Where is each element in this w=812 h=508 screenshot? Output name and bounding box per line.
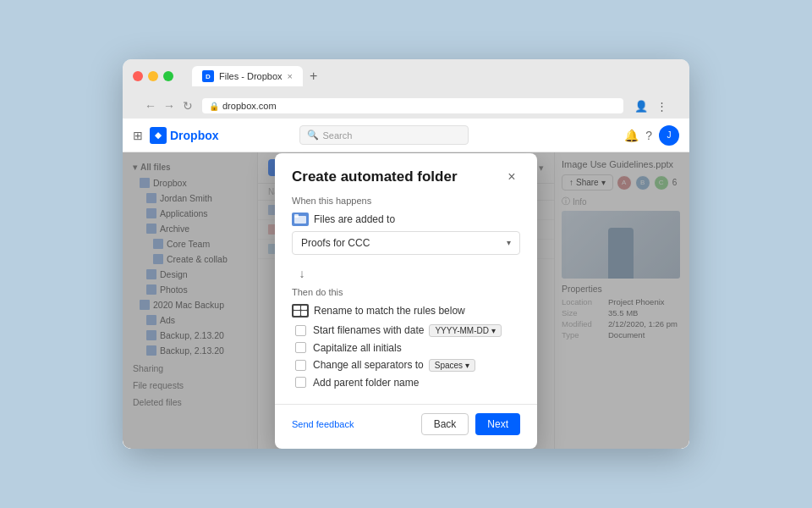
svg-rect-1 xyxy=(294,214,299,218)
separator-arrow-icon: ▾ xyxy=(465,361,469,370)
checkbox-row-1: Start filenames with date YYYY-MM-DD ▾ xyxy=(292,324,520,337)
dropbox-logo: ◆ Dropbox xyxy=(150,127,219,144)
when-label: When this happens xyxy=(292,196,520,206)
separator-dropdown[interactable]: Spaces ▾ xyxy=(429,359,475,372)
folder-trigger-icon xyxy=(292,213,309,226)
modal-body: When this happens Files are added to xyxy=(275,196,537,404)
back-button[interactable]: Back xyxy=(421,413,469,435)
modal-close-button[interactable]: × xyxy=(503,168,520,185)
send-feedback-link[interactable]: Send feedback xyxy=(292,419,354,429)
nav-buttons: ← → ↻ xyxy=(143,98,195,113)
folder-value: Proofs for CCC xyxy=(301,237,370,249)
help-icon[interactable]: ? xyxy=(645,129,652,142)
forward-button[interactable]: → xyxy=(162,98,177,113)
date-format-value: YYYY-MM-DD xyxy=(435,326,489,335)
tab-close-icon[interactable]: × xyxy=(288,71,293,81)
checkbox-start-date[interactable] xyxy=(295,325,306,336)
lock-icon: 🔒 xyxy=(209,102,219,111)
trigger-label: Files are added to xyxy=(314,213,395,225)
app-content: ⊞ ◆ Dropbox 🔍 Search 🔔 ? J ▾ All files xyxy=(123,119,689,449)
flow-arrow-icon: ↓ xyxy=(292,263,312,284)
app-header: ⊞ ◆ Dropbox 🔍 Search 🔔 ? J xyxy=(123,119,689,152)
app-name: Dropbox xyxy=(170,129,219,142)
back-button[interactable]: ← xyxy=(143,98,158,113)
modal-footer: Send feedback Back Next xyxy=(275,404,537,449)
avatar[interactable]: J xyxy=(659,125,679,146)
checkbox-label-1: Start filenames with date YYYY-MM-DD ▾ xyxy=(313,324,502,337)
maximize-window-button[interactable] xyxy=(163,71,173,81)
action-row: Rename to match the rules below xyxy=(292,304,520,318)
browser-tab[interactable]: D Files - Dropbox × xyxy=(192,66,303,86)
trigger-row: Files are added to xyxy=(292,213,520,226)
minimize-window-button[interactable] xyxy=(148,71,158,81)
search-icon: 🔍 xyxy=(307,130,319,141)
checkbox-capitalize[interactable] xyxy=(295,342,306,353)
close-window-button[interactable] xyxy=(133,71,143,81)
action-icon xyxy=(292,304,309,318)
browser-controls: D Files - Dropbox × + xyxy=(133,66,679,86)
reload-button[interactable]: ↻ xyxy=(180,98,195,113)
checkbox-label-4: Add parent folder name xyxy=(313,377,419,389)
create-automated-folder-modal: Create automated folder × When this happ… xyxy=(275,153,537,449)
tab-bar: D Files - Dropbox × + xyxy=(192,66,317,86)
search-placeholder: Search xyxy=(322,130,352,141)
profile-icon[interactable]: 👤 xyxy=(634,98,649,113)
dropbox-icon: ◆ xyxy=(150,127,167,144)
checkbox-row-4: Add parent folder name xyxy=(292,377,520,389)
notifications-icon[interactable]: 🔔 xyxy=(624,129,639,142)
address-bar: ← → ↻ 🔒 dropbox.com 👤 ⋮ xyxy=(133,93,679,119)
tab-favicon-icon: D xyxy=(202,70,214,82)
date-format-dropdown[interactable]: YYYY-MM-DD ▾ xyxy=(429,324,502,337)
checkbox-label-2: Capitalize all initials xyxy=(313,342,402,354)
tab-title: Files - Dropbox xyxy=(219,71,283,81)
footer-buttons: Back Next xyxy=(421,413,520,435)
next-button[interactable]: Next xyxy=(475,413,520,435)
modal-header: Create automated folder × xyxy=(275,153,537,196)
folder-dropdown[interactable]: Proofs for CCC ▾ xyxy=(292,231,520,255)
separator-value: Spaces xyxy=(435,361,463,370)
checkbox-separators[interactable] xyxy=(295,360,306,371)
date-format-arrow-icon: ▾ xyxy=(491,326,496,335)
modal-overlay: Create automated folder × When this happ… xyxy=(123,152,689,449)
modal-title: Create automated folder xyxy=(292,168,458,185)
new-tab-button[interactable]: + xyxy=(310,69,317,84)
url-text: dropbox.com xyxy=(222,101,277,111)
checkbox-row-3: Change all separators to Spaces ▾ xyxy=(292,359,520,372)
then-label: Then do this xyxy=(292,287,520,297)
hamburger-icon[interactable]: ⊞ xyxy=(133,129,143,142)
url-input[interactable]: 🔒 dropbox.com xyxy=(202,98,623,113)
browser-actions: 👤 ⋮ xyxy=(634,98,669,113)
app-body-wrapper: ▾ All files Dropbox Jordan Smith Applica… xyxy=(123,152,689,449)
more-options-icon[interactable]: ⋮ xyxy=(654,98,669,113)
checkbox-label-3: Change all separators to Spaces ▾ xyxy=(313,359,475,372)
action-label: Rename to match the rules below xyxy=(314,305,465,317)
search-bar[interactable]: 🔍 Search xyxy=(299,125,469,145)
checkbox-row-2: Capitalize all initials xyxy=(292,342,520,354)
header-icons: 🔔 ? J xyxy=(624,125,679,146)
browser-chrome: D Files - Dropbox × + ← → ↻ 🔒 dropbox.co… xyxy=(123,59,689,119)
dropdown-arrow-icon: ▾ xyxy=(507,238,511,247)
checkbox-parent-folder[interactable] xyxy=(295,377,306,388)
